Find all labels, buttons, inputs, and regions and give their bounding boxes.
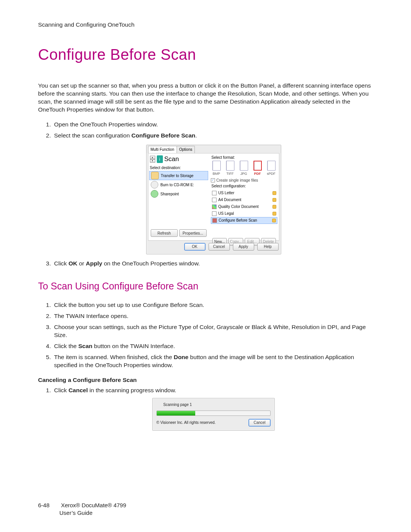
left-button-row: Refresh Properties...: [149, 228, 208, 238]
sharepoint-icon: [151, 190, 158, 198]
tab-strip: Multi Function Options: [147, 145, 281, 153]
step-2-2: The TWAIN Interface opens.: [53, 312, 373, 320]
step-1-1: Open the OneTouch Properties window.: [53, 121, 373, 129]
format-row: BMP TIFF JPG PDF sPDF: [211, 161, 277, 176]
destination-label: Transfer to Storage: [161, 173, 194, 179]
configuration-list: US Letter A4 Document Quality Color Docu…: [211, 190, 277, 224]
cancel-button[interactable]: Cancel: [249, 419, 271, 427]
config-label: Configure Before Scan: [219, 218, 257, 223]
config-us-letter[interactable]: US Letter: [211, 190, 277, 197]
text-span: Click: [54, 387, 68, 393]
lock-icon: [272, 219, 276, 222]
file-icon: [267, 161, 276, 171]
page-icon: [212, 198, 217, 202]
destination-list: Transfer to Storage Burn to CD-ROM E: Sh…: [149, 171, 208, 198]
bold-span: Done: [174, 354, 188, 360]
destination-sharepoint[interactable]: Sharepoint: [149, 189, 208, 198]
tab-multi-function[interactable]: Multi Function: [148, 146, 177, 153]
file-icon: [240, 161, 248, 171]
text-span: Click: [54, 260, 68, 267]
select-destination-label: Select destination:: [150, 165, 208, 171]
text-span: The item is scanned. When finished, clic…: [54, 354, 174, 360]
scanning-progress-dialog: Scanning page 1 © Visioneer Inc. All rig…: [152, 398, 275, 431]
format-label: BMP: [213, 171, 220, 176]
format-spdf[interactable]: sPDF: [266, 161, 277, 176]
file-icon: [253, 161, 262, 171]
step-2-3: Choose your scan settings, such as the P…: [53, 323, 373, 339]
step-1-3: Click OK or Apply on the OneTouch Proper…: [53, 260, 373, 268]
cancel-step-1: Click Cancel in the scanning progress wi…: [53, 387, 373, 431]
page-title: Configure Before Scan: [38, 44, 373, 65]
select-format-label: Select format:: [212, 155, 277, 160]
format-label: PDF: [254, 171, 261, 176]
bold-span: Cancel: [68, 387, 88, 393]
left-column: ▴▾ i Scan Select destination: Transfer t…: [148, 153, 209, 240]
format-tiff[interactable]: TIFF: [225, 161, 236, 176]
ok-button[interactable]: OK: [184, 243, 206, 251]
destination-label: Sharepoint: [161, 192, 179, 197]
intro-paragraph: You can set up the scanner so that, when…: [38, 82, 373, 114]
cancel-steps: Click Cancel in the scanning progress wi…: [38, 387, 373, 431]
right-column: Select format: BMP TIFF JPG PDF sPDF ✓ C…: [209, 153, 279, 240]
app-icon: [212, 218, 217, 223]
help-button[interactable]: Help: [257, 243, 279, 251]
steps-list-1: Open the OneTouch Properties window. Sel…: [38, 121, 373, 268]
checkbox-icon: ✓: [211, 178, 215, 182]
chevron-down-icon: ▾: [150, 159, 155, 163]
step-2-5: The item is scanned. When finished, clic…: [53, 353, 373, 369]
chevron-up-icon: ▴: [150, 156, 155, 159]
progress-status: Scanning page 1: [156, 402, 271, 407]
lock-icon: [272, 212, 276, 216]
bold-span: Apply: [86, 260, 102, 267]
properties-button[interactable]: Properties...: [179, 229, 207, 237]
lock-icon: [272, 198, 276, 202]
text-span: on the OneTouch Properties window.: [102, 260, 200, 267]
text-span: or: [77, 260, 86, 267]
canceling-heading: Canceling a Configure Before Scan: [38, 377, 137, 383]
format-pdf[interactable]: PDF: [252, 161, 263, 176]
scan-icon: i: [157, 155, 163, 163]
refresh-button[interactable]: Refresh: [151, 229, 178, 237]
text-span: in the scanning progress window.: [88, 387, 177, 393]
config-label: US Letter: [218, 190, 234, 196]
format-label: sPDF: [267, 171, 276, 176]
text-span: Click the: [54, 343, 78, 349]
cancel-button[interactable]: Cancel: [209, 243, 230, 251]
file-icon: [212, 161, 221, 171]
destination-label: Burn to CD-ROM E:: [161, 182, 194, 188]
disc-icon: [151, 181, 158, 189]
file-icon: [226, 161, 234, 171]
config-us-legal[interactable]: US Legal: [211, 210, 277, 217]
step-1-2: Select the scan configuration Configure …: [53, 132, 373, 255]
format-jpg[interactable]: JPG: [238, 161, 250, 176]
color-icon: [212, 204, 217, 209]
checkbox-label: Create single image files: [217, 178, 258, 183]
config-label: Quality Color Document: [218, 204, 259, 209]
scan-label: Scan: [164, 155, 179, 164]
config-label: A4 Document: [218, 197, 242, 203]
copyright-text: © Visioneer Inc. All rights reserved.: [156, 420, 216, 425]
step-2-4: Click the Scan button on the TWAIN Inter…: [53, 342, 373, 350]
progress-fill: [157, 411, 195, 415]
dialog-panel: ▴▾ i Scan Select destination: Transfer t…: [148, 153, 279, 241]
tab-options[interactable]: Options: [177, 146, 195, 153]
onetouch-properties-dialog: Multi Function Options ▴▾ i Scan Select …: [146, 145, 281, 254]
config-label: US Legal: [218, 211, 234, 216]
text-span: button on the TWAIN Interface.: [92, 343, 175, 349]
destination-transfer-to-storage[interactable]: Transfer to Storage: [149, 171, 208, 180]
folder-icon: [151, 172, 159, 179]
destination-burn-to-cd[interactable]: Burn to CD-ROM E:: [149, 180, 208, 189]
apply-button[interactable]: Apply: [233, 243, 254, 251]
config-quality-color[interactable]: Quality Color Document: [211, 203, 277, 210]
footer-line1: Xerox® DocuMate® 4799: [61, 502, 126, 508]
config-a4[interactable]: A4 Document: [211, 197, 277, 203]
create-single-image-checkbox[interactable]: ✓ Create single image files: [211, 178, 277, 183]
scan-spinner[interactable]: ▴▾: [150, 156, 155, 163]
config-configure-before-scan[interactable]: Configure Before Scan: [211, 217, 277, 224]
format-label: TIFF: [226, 171, 234, 176]
text-span: Select the scan configuration: [54, 132, 131, 139]
section-header: Scanning and Configuring OneTouch: [38, 21, 373, 29]
subheading: To Scan Using Configure Before Scan: [38, 280, 373, 293]
bold-span: Scan: [78, 343, 92, 349]
format-bmp[interactable]: BMP: [211, 161, 222, 176]
